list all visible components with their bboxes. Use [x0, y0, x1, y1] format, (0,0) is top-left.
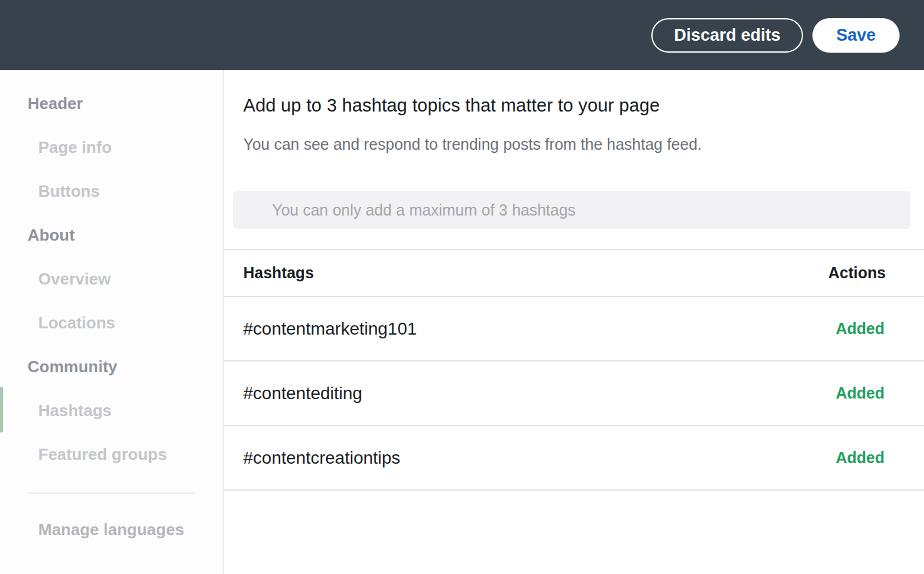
settings-sidebar: Header Page info Buttons About Overview … [0, 70, 224, 574]
page-title: Add up to 3 hashtag topics that matter t… [243, 95, 899, 116]
sidebar-item-label: Buttons [38, 182, 100, 201]
sidebar-item-label: Header [28, 94, 83, 113]
sidebar-item-hashtags[interactable]: Hashtags [0, 389, 223, 432]
sidebar-item-label: Page info [38, 138, 112, 157]
sidebar-item-label: Locations [38, 313, 115, 333]
column-header-hashtags: Hashtags [243, 264, 314, 282]
table-row: #contentediting Added [224, 362, 924, 426]
table-row: #contentcreationtips Added [224, 426, 924, 491]
sidebar-item-buttons[interactable]: Buttons [0, 169, 223, 213]
hashtag-name: #contentcreationtips [243, 448, 401, 468]
sidebar-item-header[interactable]: Header [0, 81, 223, 125]
page-subtitle: You can see and respond to trending post… [243, 135, 899, 154]
added-status-button[interactable]: Added [836, 384, 885, 402]
hashtags-table: Hashtags Actions #contentmarketing101 Ad… [224, 249, 924, 491]
sidebar-item-label: Featured groups [38, 445, 167, 464]
hashtags-panel: Add up to 3 hashtag topics that matter t… [224, 70, 924, 574]
sidebar-item-featured-groups[interactable]: Featured groups [0, 432, 223, 476]
added-status-button[interactable]: Added [836, 449, 885, 467]
save-button[interactable]: Save [812, 18, 900, 53]
table-header-row: Hashtags Actions [224, 250, 924, 297]
edit-mode-topbar: Discard edits Save [0, 0, 924, 70]
sidebar-divider [28, 493, 195, 494]
sidebar-item-label: Manage languages [38, 520, 184, 540]
column-header-actions: Actions [828, 264, 886, 282]
added-status-button[interactable]: Added [836, 320, 885, 338]
sidebar-item-page-info[interactable]: Page info [0, 125, 223, 169]
sidebar-item-locations[interactable]: Locations [0, 301, 223, 345]
sidebar-item-label: Overview [38, 269, 111, 289]
table-row: #contentmarketing101 Added [224, 297, 924, 362]
sidebar-item-label: Community [28, 357, 117, 377]
page-body: Header Page info Buttons About Overview … [0, 70, 924, 574]
sidebar-item-label: About [28, 226, 75, 245]
sidebar-item-community[interactable]: Community [0, 345, 223, 389]
hashtag-name: #contentediting [243, 384, 362, 404]
sidebar-item-label: Hashtags [38, 401, 112, 420]
sidebar-item-manage-languages[interactable]: Manage languages [0, 508, 223, 551]
sidebar-item-overview[interactable]: Overview [0, 257, 223, 301]
discard-edits-button[interactable]: Discard edits [651, 18, 803, 53]
hashtag-input[interactable] [233, 191, 910, 229]
sidebar-item-about[interactable]: About [0, 213, 223, 257]
active-item-indicator [0, 387, 3, 432]
hashtag-name: #contentmarketing101 [243, 319, 417, 339]
